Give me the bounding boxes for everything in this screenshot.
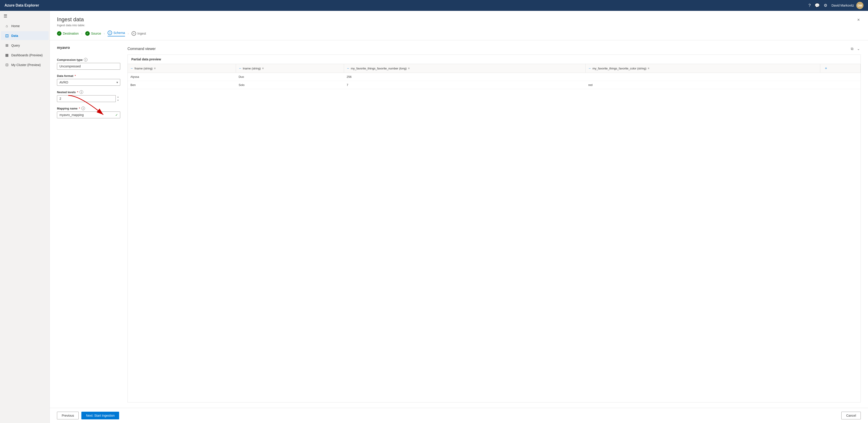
cell-number-1: 256	[344, 73, 585, 81]
nested-levels-info-icon[interactable]: i	[80, 90, 83, 94]
col-lname-label: lname (string)	[243, 67, 260, 70]
cell-color-1	[586, 73, 820, 81]
data-format-select[interactable]: AVRO CSV JSON Parquet PSV	[57, 79, 120, 86]
data-format-group: Data format * AVRO CSV JSON Parquet PSV …	[57, 74, 120, 86]
table-row: Ben Solo 7 red	[128, 81, 861, 89]
cluster-icon: ⊡	[4, 63, 9, 67]
table-header-row: ↔ fname (string) ≡ ↔ lname (stri	[128, 64, 861, 73]
footer-left-actions: Previous Next: Start Ingestion	[57, 412, 119, 419]
add-column-button[interactable]: +	[823, 66, 829, 70]
left-panel: myavro Compression type i Data format *	[57, 46, 120, 402]
home-icon: ⌂	[4, 24, 9, 28]
nested-levels-input[interactable]	[57, 95, 120, 102]
command-viewer-title: Command viewer	[127, 47, 156, 51]
previous-button[interactable]: Previous	[57, 412, 79, 419]
table-row: Alyssa Duo 256	[128, 73, 861, 81]
command-viewer-header: Command viewer ⧉ ⌄	[127, 46, 861, 52]
dashboards-icon: ▦	[4, 53, 9, 57]
mapping-name-input[interactable]	[57, 112, 120, 118]
sidebar-item-home[interactable]: ⌂ Home	[1, 22, 49, 30]
add-column-cell: +	[820, 64, 861, 73]
cell-extra-2	[820, 81, 861, 89]
col-favorite-color-menu-icon[interactable]: ≡	[648, 67, 649, 70]
sidebar-item-label: My Cluster (Preview)	[11, 63, 41, 67]
sidebar-item-label: Home	[11, 24, 20, 28]
cancel-button[interactable]: Cancel	[841, 412, 861, 419]
cell-lname-1: Duo	[236, 73, 344, 81]
avatar: DM	[856, 2, 864, 9]
mapping-name-check-icon: ✓	[115, 113, 118, 117]
col-lname-menu-icon[interactable]: ≡	[262, 67, 264, 70]
col-favorite-color: ↔ my_favorite_things_favorite_color (str…	[586, 64, 820, 73]
col-favorite-color-type-icon: ↔	[588, 67, 591, 70]
dialog-body: myavro Compression type i Data format *	[50, 40, 868, 408]
nested-levels-label: Nested levels * i	[57, 90, 120, 94]
compression-type-input[interactable]	[57, 63, 120, 70]
help-icon[interactable]: ?	[808, 3, 811, 8]
cell-extra-1	[820, 73, 861, 81]
step-schema-label: Schema	[114, 31, 125, 35]
step-schema[interactable]: 3 Schema	[107, 31, 125, 36]
col-fname: ↔ fname (string) ≡	[128, 64, 236, 73]
close-button[interactable]: ×	[856, 16, 861, 23]
cell-color-2: red	[586, 81, 820, 89]
main-layout: ☰ ⌂ Home ◫ Data ⊞ Query ▦ Dashboards (Pr…	[0, 11, 868, 423]
copy-icon[interactable]: ⧉	[850, 46, 854, 52]
step-ingest[interactable]: 4 Ingest	[131, 31, 146, 36]
settings-icon[interactable]: ⚙	[824, 3, 827, 8]
feedback-icon[interactable]: 💬	[815, 3, 819, 8]
spinner-up-button[interactable]: ▲	[116, 95, 120, 98]
preview-section: Partial data preview ↔ fname (string)	[127, 55, 861, 402]
step-source[interactable]: ✓ Source	[85, 31, 101, 36]
hamburger-menu-icon[interactable]: ☰	[0, 11, 50, 21]
mapping-name-label: Mapping name * i	[57, 107, 120, 110]
col-fname-menu-icon[interactable]: ≡	[154, 67, 156, 70]
col-lname: ↔ lname (string) ≡	[236, 64, 344, 73]
col-fname-type-icon: ↔	[130, 67, 133, 70]
sidebar-item-label: Dashboards (Preview)	[11, 53, 43, 57]
sidebar-item-dashboards[interactable]: ▦ Dashboards (Preview)	[1, 51, 49, 59]
preview-title: Partial data preview	[128, 55, 861, 64]
col-favorite-color-label: my_favorite_things_favorite_color (strin…	[592, 67, 646, 70]
cell-number-2: 7	[344, 81, 585, 89]
top-bar-icons: ? 💬 ⚙ David Markovitz DM	[808, 2, 864, 9]
sidebar-item-my-cluster[interactable]: ⊡ My Cluster (Preview)	[1, 60, 49, 69]
step-source-label: Source	[91, 32, 101, 35]
col-favorite-number-label: my_favorite_things_favorite_number (long…	[351, 67, 407, 70]
expand-icon[interactable]: ⌄	[856, 46, 861, 52]
mapping-name-required: *	[79, 107, 80, 110]
sidebar-item-label: Query	[11, 44, 20, 47]
step-divider-3: ›	[127, 32, 130, 35]
col-favorite-number: ↔ my_favorite_things_favorite_number (lo…	[344, 64, 585, 73]
sidebar-item-data[interactable]: ◫ Data	[1, 31, 49, 40]
user-profile[interactable]: David Markovitz DM	[831, 2, 864, 9]
sidebar: ☰ ⌂ Home ◫ Data ⊞ Query ▦ Dashboards (Pr…	[0, 11, 50, 423]
step-ingest-label: Ingest	[137, 32, 146, 35]
nested-levels-required: *	[77, 90, 78, 94]
compression-type-info-icon[interactable]: i	[84, 58, 88, 61]
next-button[interactable]: Next: Start Ingestion	[81, 412, 119, 419]
data-icon: ◫	[4, 33, 9, 38]
dialog-header: Ingest data Ingest data into table: ×	[50, 11, 868, 27]
content-area: Ingest data Ingest data into table: × ✓ …	[50, 11, 868, 423]
sidebar-item-label: Data	[11, 34, 18, 37]
app-title: Azure Data Explorer	[4, 3, 808, 7]
col-favorite-number-menu-icon[interactable]: ≡	[408, 67, 410, 70]
top-bar: Azure Data Explorer ? 💬 ⚙ David Markovit…	[0, 0, 868, 11]
mapping-name-group: Mapping name * i ✓	[57, 107, 120, 118]
col-lname-type-icon: ↔	[239, 67, 241, 70]
step-destination[interactable]: ✓ Destination	[57, 31, 79, 36]
step-divider-1: ›	[81, 32, 84, 35]
sidebar-item-query[interactable]: ⊞ Query	[1, 41, 49, 50]
compression-type-group: Compression type i	[57, 58, 120, 70]
cell-fname-2: Ben	[128, 81, 236, 89]
spinner-down-button[interactable]: ▼	[116, 98, 120, 102]
right-panel: Command viewer ⧉ ⌄ Partial data preview	[127, 46, 861, 402]
nested-levels-spinner: ▲ ▼	[57, 95, 120, 102]
step-source-circle: ✓	[85, 31, 90, 36]
dialog-title: Ingest data	[57, 16, 85, 23]
steps-bar: ✓ Destination › ✓ Source › 3 Schema › 4 …	[50, 27, 868, 40]
mapping-name-info-icon[interactable]: i	[81, 107, 85, 110]
query-icon: ⊞	[4, 43, 9, 48]
nested-levels-group: Nested levels * i ▲ ▼	[57, 90, 120, 102]
